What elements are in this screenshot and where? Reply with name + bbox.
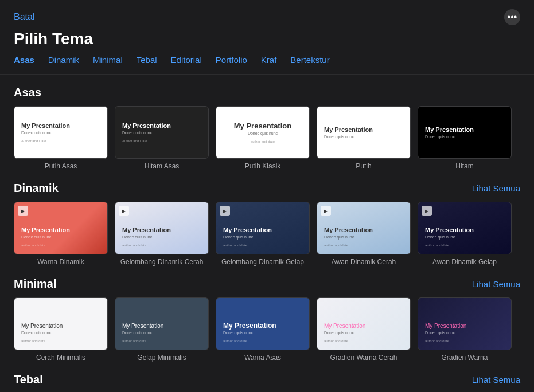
template-gelombang-gelap[interactable]: ▶ My Presentation Donec quis nunc author…	[216, 202, 310, 266]
see-all-minimal[interactable]: Lihat Semua	[472, 279, 520, 289]
thumb-sub: Donec quis nunc	[324, 331, 403, 335]
page-title: Pilih Tema	[0, 30, 534, 55]
template-gradien-warna[interactable]: My Presentation Donec quis nunc author a…	[418, 297, 512, 362]
more-icon: •••	[508, 12, 517, 22]
template-label-awan-gelap: Awan Dinamik Gelap	[432, 258, 497, 266]
thumb-sub: Donec quis nunc	[21, 331, 100, 335]
play-icon: ▶	[18, 206, 28, 216]
tab-asas[interactable]: Asas	[14, 55, 34, 65]
thumb-hitam: My Presentation Donec quis nunc	[418, 106, 512, 159]
template-label-gelap-minimalis: Gelap Minimalis	[137, 354, 186, 362]
thumb-awan-cerah: ▶ My Presentation Donec quis nunc author…	[317, 202, 411, 254]
thumb-title: My Presentation	[21, 226, 100, 234]
thumb-warna-asas: My Presentation Donec quis nunc author a…	[216, 297, 310, 350]
template-label-awan-cerah: Awan Dinamik Cerah	[332, 258, 396, 266]
thumb-author: author and date	[21, 244, 100, 247]
thumb-author: author and date	[122, 244, 201, 247]
thumb-sub: Donec quis nunc	[122, 131, 201, 135]
section-asas-title: Asas	[14, 86, 41, 99]
thumb-warna-dinamik: ▶ My Presentation Donec quis nunc author…	[14, 202, 108, 254]
template-awan-cerah[interactable]: ▶ My Presentation Donec quis nunc author…	[317, 202, 411, 266]
template-label-gradien-cerah: Gradien Warna Cerah	[330, 354, 397, 362]
thumb-putih-klasik: My Presentation Donec quis nunc author a…	[216, 106, 310, 159]
thumb-putih: My Presentation Donec quis nunc	[317, 106, 411, 159]
thumb-title: My Presentation	[425, 226, 504, 234]
template-warna-dinamik[interactable]: ▶ My Presentation Donec quis nunc author…	[14, 202, 108, 266]
thumb-author: Author and Date	[122, 139, 201, 143]
section-dinamik-title: Dinamik	[14, 182, 59, 195]
thumb-sub: Donec quis nunc	[425, 235, 504, 239]
thumb-hitam-asas: My Presentation Donec quis nunc Author a…	[115, 106, 209, 159]
template-gradien-cerah[interactable]: My Presentation Donec quis nunc author a…	[317, 297, 411, 362]
template-putih[interactable]: My Presentation Donec quis nunc Putih	[317, 106, 411, 170]
section-dinamik: Dinamik Lihat Semua ▶ My Presentation Do…	[14, 182, 520, 266]
nav-tabs: Asas Dinamik Minimal Tebal Editorial Por…	[0, 55, 534, 75]
thumb-author: author and date	[223, 339, 302, 343]
template-label-putih-asas: Putih Asas	[45, 162, 77, 170]
thumb-author: Author and Date	[21, 139, 100, 143]
thumb-sub: Donec quis nunc	[21, 131, 100, 135]
thumb-title: My Presentation	[21, 323, 100, 330]
template-gelap-minimalis[interactable]: My Presentation Donec quis nunc author a…	[115, 297, 209, 362]
thumb-title: My Presentation	[223, 322, 302, 330]
content-area: Asas My Presentation Donec quis nunc Aut…	[0, 75, 534, 392]
section-tebal-title: Tebal	[14, 373, 43, 386]
template-putih-klasik[interactable]: My Presentation Donec quis nunc author a…	[216, 106, 310, 170]
thumb-gelombang-cerah: ▶ My Presentation Donec quis nunc author…	[115, 202, 209, 254]
thumb-title: My Presentation	[425, 323, 504, 330]
thumb-title: My Presentation	[223, 226, 302, 234]
template-gelombang-cerah[interactable]: ▶ My Presentation Donec quis nunc author…	[115, 202, 209, 266]
tab-dinamik[interactable]: Dinamik	[48, 55, 79, 65]
thumb-author: author and date	[324, 339, 403, 343]
play-icon: ▶	[422, 206, 432, 216]
thumb-title: My Presentation	[234, 121, 291, 131]
section-minimal-header: Minimal Lihat Semua	[14, 277, 520, 291]
template-hitam-asas[interactable]: My Presentation Donec quis nunc Author a…	[115, 106, 209, 170]
template-hitam[interactable]: My Presentation Donec quis nunc Hitam	[418, 106, 512, 170]
thumb-title: My Presentation	[324, 323, 403, 330]
thumb-title: My Presentation	[324, 226, 403, 234]
section-asas: Asas My Presentation Donec quis nunc Aut…	[14, 86, 520, 170]
thumb-gelombang-gelap: ▶ My Presentation Donec quis nunc author…	[216, 202, 310, 254]
thumb-putih-asas: My Presentation Donec quis nunc Author a…	[14, 106, 108, 159]
tab-kraf[interactable]: Kraf	[261, 55, 277, 65]
thumb-title: My Presentation	[122, 226, 201, 234]
more-button[interactable]: •••	[504, 9, 520, 25]
template-cerah-minimalis[interactable]: My Presentation Donec quis nunc author a…	[14, 297, 108, 362]
section-tebal-header: Tebal Lihat Semua	[14, 373, 520, 386]
thumb-sub: Donec quis nunc	[324, 235, 403, 239]
see-all-tebal[interactable]: Lihat Semua	[472, 375, 520, 385]
thumb-sub: Donec quis nunc	[425, 135, 504, 139]
template-label-putih-klasik: Putih Klasik	[245, 162, 281, 170]
tab-portfolio[interactable]: Portfolio	[216, 55, 247, 65]
tab-tebal[interactable]: Tebal	[137, 55, 157, 65]
thumb-author: author and date	[122, 339, 201, 343]
thumb-title: My Presentation	[122, 323, 201, 330]
section-dinamik-header: Dinamik Lihat Semua	[14, 182, 520, 195]
play-icon: ▶	[119, 206, 129, 216]
template-label-gelombang-cerah: Gelombang Dinamik Cerah	[120, 258, 204, 266]
thumb-sub: Donec quis nunc	[122, 331, 201, 335]
template-label-hitam: Hitam	[455, 162, 473, 170]
thumb-author: author and date	[425, 339, 504, 343]
template-warna-asas[interactable]: My Presentation Donec quis nunc author a…	[216, 297, 310, 362]
see-all-dinamik[interactable]: Lihat Semua	[472, 183, 520, 193]
template-putih-asas[interactable]: My Presentation Donec quis nunc Author a…	[14, 106, 108, 170]
thumb-author: author and date	[21, 339, 100, 343]
tab-editorial[interactable]: Editorial	[171, 55, 202, 65]
thumb-sub: Donec quis nunc	[425, 331, 504, 335]
thumb-gradien-warna: My Presentation Donec quis nunc author a…	[418, 297, 512, 350]
thumb-sub: Donec quis nunc	[21, 235, 100, 239]
template-awan-gelap[interactable]: ▶ My Presentation Donec quis nunc author…	[418, 202, 512, 266]
tab-bertekstur[interactable]: Bertekstur	[290, 55, 329, 65]
tab-minimal[interactable]: Minimal	[93, 55, 123, 65]
batal-button[interactable]: Batal	[14, 12, 34, 22]
thumb-author: author and date	[223, 244, 302, 247]
template-label-putih: Putih	[356, 162, 371, 170]
thumb-cerah-minimalis: My Presentation Donec quis nunc author a…	[14, 297, 108, 350]
section-minimal: Minimal Lihat Semua My Presentation Done…	[14, 277, 520, 362]
thumb-awan-gelap: ▶ My Presentation Donec quis nunc author…	[418, 202, 512, 254]
thumb-sub: Donec quis nunc	[324, 135, 403, 139]
thumb-author: author and date	[251, 140, 275, 143]
play-icon: ▶	[220, 206, 230, 216]
